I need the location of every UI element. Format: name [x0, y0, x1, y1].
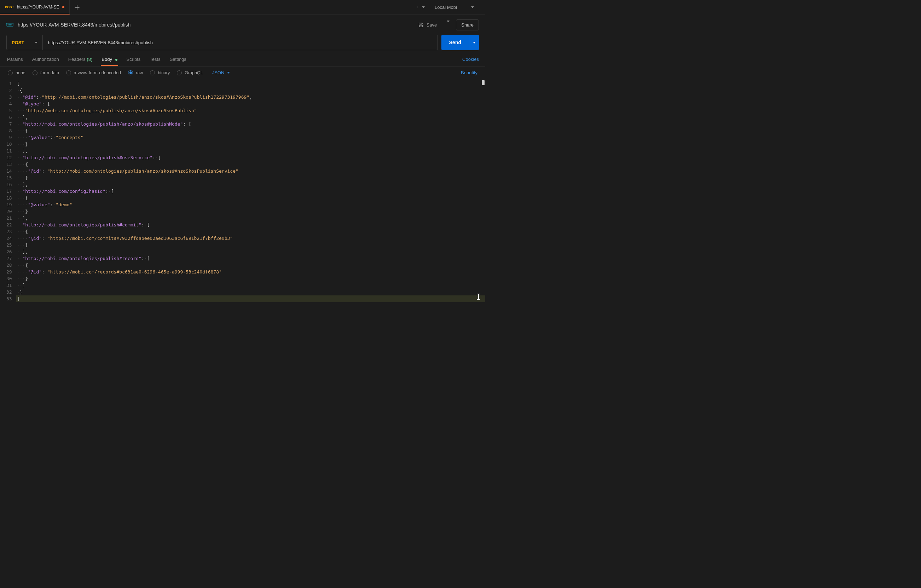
tab-params[interactable]: Params: [7, 53, 24, 65]
code-line[interactable]: ··"@id":·"http://mobi.com/ontologies/pub…: [16, 94, 485, 101]
code-line[interactable]: ···{: [16, 262, 485, 269]
new-tab-button[interactable]: [70, 0, 85, 15]
line-number: 6: [7, 114, 12, 121]
line-number: 8: [7, 127, 12, 134]
tab-authorization[interactable]: Authorization: [31, 53, 60, 65]
line-number: 21: [7, 215, 12, 222]
code-line[interactable]: ··]: [16, 282, 485, 289]
request-tab[interactable]: POST https://YOUR-AVM-SE: [0, 0, 70, 15]
send-dropdown-button[interactable]: [469, 35, 479, 50]
beautify-button[interactable]: Beautify: [461, 70, 477, 75]
code-line[interactable]: ]: [16, 295, 485, 302]
code-line[interactable]: ····"@id":·"https://mobi.com/records#bc6…: [16, 269, 485, 275]
body-type-urlencoded[interactable]: x-www-form-urlencoded: [66, 70, 121, 75]
http-icon: HTTP: [7, 22, 13, 27]
line-number: 11: [7, 148, 12, 154]
code-line[interactable]: ··],: [16, 248, 485, 255]
line-number: 29: [7, 269, 12, 275]
radio-icon: [150, 70, 155, 75]
code-line[interactable]: ···}: [16, 275, 485, 282]
code-line[interactable]: ··"http://mobi.com/config#hasId":·[: [16, 188, 485, 195]
code-line[interactable]: ···}: [16, 174, 485, 181]
line-number: 26: [7, 248, 12, 255]
code-line[interactable]: ··"http://mobi.com/ontologies/publish#re…: [16, 255, 485, 262]
share-button[interactable]: Share: [456, 20, 479, 31]
code-line[interactable]: ···}: [16, 141, 485, 148]
line-number: 10: [7, 141, 12, 148]
tab-overflow-button[interactable]: [417, 7, 429, 8]
code-line[interactable]: ··],: [16, 215, 485, 222]
code-line[interactable]: ··"http://mobi.com/ontologies/publish#co…: [16, 222, 485, 228]
body-type-formdata[interactable]: form-data: [33, 70, 59, 75]
body-type-row: none form-data x-www-form-urlencoded raw…: [0, 67, 485, 79]
url-input[interactable]: https://YOUR-AVM-SERVER:8443/mobirest/pu…: [43, 35, 437, 50]
line-number: 24: [7, 235, 12, 242]
code-line[interactable]: ····"@id":·"https://mobi.com/commits#793…: [16, 235, 485, 242]
dirty-indicator-icon: [62, 6, 64, 8]
code-line[interactable]: ··"http://mobi.com/ontologies/publish#us…: [16, 154, 485, 161]
code-line[interactable]: ··"http://mobi.com/ontologies/publish/an…: [16, 121, 485, 127]
code-line[interactable]: ····"@value":·"Concepts": [16, 134, 485, 141]
share-label: Share: [461, 22, 474, 28]
body-type-raw[interactable]: raw: [128, 70, 143, 75]
line-number-gutter: 1234567891011121314151617181920212223242…: [3, 79, 16, 303]
body-editor[interactable]: 1234567891011121314151617181920212223242…: [0, 79, 485, 303]
body-type-graphql[interactable]: GraphQL: [177, 70, 203, 75]
environment-label: Local Mobi: [434, 5, 457, 10]
code-line[interactable]: ··],: [16, 114, 485, 121]
body-type-binary[interactable]: binary: [150, 70, 170, 75]
environment-selector[interactable]: Local Mobi: [429, 5, 485, 10]
request-title: https://YOUR-AVM-SERVER:8443/mobirest/pu…: [18, 22, 130, 28]
method-select[interactable]: POST: [7, 35, 43, 50]
code-line[interactable]: ···{: [16, 228, 485, 235]
code-line[interactable]: ····"@value":·"demo": [16, 201, 485, 208]
code-line[interactable]: ···}: [16, 242, 485, 248]
line-number: 9: [7, 134, 12, 141]
tab-body[interactable]: Body: [101, 53, 118, 65]
line-number: 31: [7, 282, 12, 289]
code-line[interactable]: ·{: [16, 87, 485, 94]
code-line[interactable]: ···"http://mobi.com/ontologies/publish/a…: [16, 107, 485, 114]
save-dropdown-button[interactable]: [444, 20, 452, 30]
tab-method-badge: POST: [5, 5, 14, 9]
headers-count: (8): [87, 57, 92, 62]
code-line[interactable]: ··"@type":·[: [16, 101, 485, 107]
content-type-select[interactable]: JSON: [212, 70, 230, 75]
body-type-none[interactable]: none: [8, 70, 26, 75]
code-line[interactable]: ·}: [16, 289, 485, 295]
line-number: 27: [7, 255, 12, 262]
line-number: 15: [7, 174, 12, 181]
save-label: Save: [426, 22, 437, 28]
line-number: 25: [7, 242, 12, 248]
radio-icon: [128, 70, 133, 75]
line-number: 30: [7, 275, 12, 282]
tab-scripts[interactable]: Scripts: [126, 53, 142, 65]
code-line[interactable]: ····"@id":·"http://mobi.com/ontologies/p…: [16, 168, 485, 174]
plus-icon: [75, 5, 80, 10]
save-icon: [418, 22, 424, 28]
send-button[interactable]: Send: [441, 35, 469, 50]
code-line[interactable]: ···}: [16, 208, 485, 215]
code-line[interactable]: ···{: [16, 161, 485, 168]
text-cursor-icon: [476, 293, 481, 301]
code-line[interactable]: ···{: [16, 195, 485, 201]
line-number: 13: [7, 161, 12, 168]
line-number: 16: [7, 181, 12, 188]
chevron-down-icon: [35, 42, 37, 44]
tab-tests[interactable]: Tests: [149, 53, 161, 65]
cookies-link[interactable]: Cookies: [462, 57, 479, 62]
save-button[interactable]: Save: [415, 20, 441, 30]
code-line[interactable]: ··],: [16, 148, 485, 154]
tab-headers[interactable]: Headers (8): [68, 53, 93, 65]
line-number: 19: [7, 201, 12, 208]
chevron-down-icon: [447, 21, 449, 28]
code-line[interactable]: [: [16, 80, 485, 87]
scrollbar-thumb[interactable]: [482, 80, 485, 85]
line-number: 32: [7, 289, 12, 295]
line-number: 20: [7, 208, 12, 215]
code-area[interactable]: [·{··"@id":·"http://mobi.com/ontologies/…: [16, 79, 485, 303]
code-line[interactable]: ··],: [16, 181, 485, 188]
code-line[interactable]: ···{: [16, 127, 485, 134]
tab-settings[interactable]: Settings: [169, 53, 187, 65]
url-row: POST https://YOUR-AVM-SERVER:8443/mobire…: [0, 35, 485, 50]
